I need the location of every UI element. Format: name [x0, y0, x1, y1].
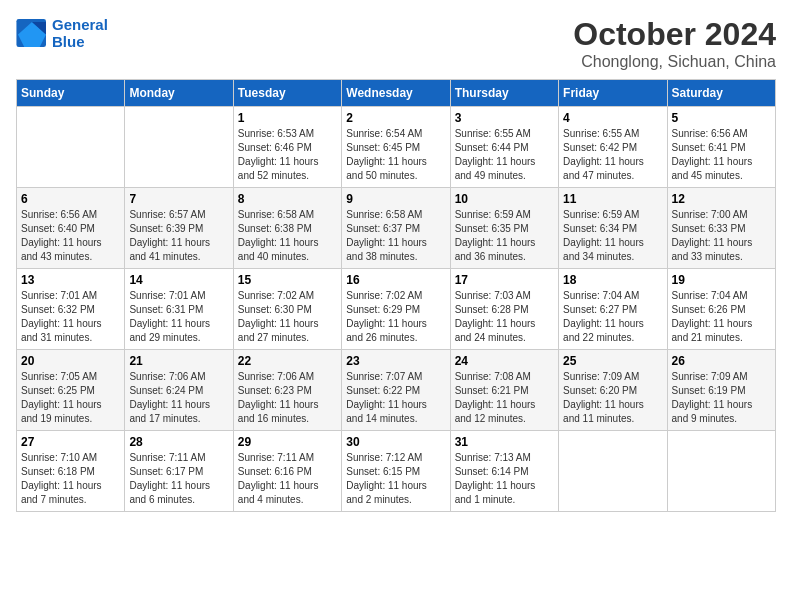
- calendar-week-row: 13Sunrise: 7:01 AMSunset: 6:32 PMDayligh…: [17, 269, 776, 350]
- day-number: 23: [346, 354, 445, 368]
- day-info: Sunrise: 7:10 AMSunset: 6:18 PMDaylight:…: [21, 451, 120, 507]
- calendar-week-row: 20Sunrise: 7:05 AMSunset: 6:25 PMDayligh…: [17, 350, 776, 431]
- day-info: Sunrise: 7:08 AMSunset: 6:21 PMDaylight:…: [455, 370, 554, 426]
- calendar-cell: 29Sunrise: 7:11 AMSunset: 6:16 PMDayligh…: [233, 431, 341, 512]
- calendar-day-header: Sunday: [17, 80, 125, 107]
- day-info: Sunrise: 6:58 AMSunset: 6:37 PMDaylight:…: [346, 208, 445, 264]
- calendar-day-header: Wednesday: [342, 80, 450, 107]
- day-info: Sunrise: 7:02 AMSunset: 6:29 PMDaylight:…: [346, 289, 445, 345]
- day-number: 30: [346, 435, 445, 449]
- day-info: Sunrise: 7:09 AMSunset: 6:20 PMDaylight:…: [563, 370, 662, 426]
- day-number: 28: [129, 435, 228, 449]
- day-number: 16: [346, 273, 445, 287]
- calendar-cell: 21Sunrise: 7:06 AMSunset: 6:24 PMDayligh…: [125, 350, 233, 431]
- day-info: Sunrise: 6:57 AMSunset: 6:39 PMDaylight:…: [129, 208, 228, 264]
- calendar-cell: 5Sunrise: 6:56 AMSunset: 6:41 PMDaylight…: [667, 107, 775, 188]
- calendar-cell: [125, 107, 233, 188]
- calendar-cell: 30Sunrise: 7:12 AMSunset: 6:15 PMDayligh…: [342, 431, 450, 512]
- day-number: 6: [21, 192, 120, 206]
- day-number: 3: [455, 111, 554, 125]
- location-title: Chonglong, Sichuan, China: [573, 53, 776, 71]
- calendar-cell: 20Sunrise: 7:05 AMSunset: 6:25 PMDayligh…: [17, 350, 125, 431]
- calendar-cell: 7Sunrise: 6:57 AMSunset: 6:39 PMDaylight…: [125, 188, 233, 269]
- calendar-cell: 16Sunrise: 7:02 AMSunset: 6:29 PMDayligh…: [342, 269, 450, 350]
- calendar-cell: 22Sunrise: 7:06 AMSunset: 6:23 PMDayligh…: [233, 350, 341, 431]
- day-info: Sunrise: 6:56 AMSunset: 6:40 PMDaylight:…: [21, 208, 120, 264]
- calendar-week-row: 27Sunrise: 7:10 AMSunset: 6:18 PMDayligh…: [17, 431, 776, 512]
- calendar-cell: 4Sunrise: 6:55 AMSunset: 6:42 PMDaylight…: [559, 107, 667, 188]
- day-number: 7: [129, 192, 228, 206]
- day-number: 24: [455, 354, 554, 368]
- calendar-cell: 17Sunrise: 7:03 AMSunset: 6:28 PMDayligh…: [450, 269, 558, 350]
- day-info: Sunrise: 7:06 AMSunset: 6:24 PMDaylight:…: [129, 370, 228, 426]
- calendar-week-row: 6Sunrise: 6:56 AMSunset: 6:40 PMDaylight…: [17, 188, 776, 269]
- day-number: 26: [672, 354, 771, 368]
- day-info: Sunrise: 7:01 AMSunset: 6:32 PMDaylight:…: [21, 289, 120, 345]
- day-info: Sunrise: 7:04 AMSunset: 6:27 PMDaylight:…: [563, 289, 662, 345]
- day-info: Sunrise: 7:11 AMSunset: 6:16 PMDaylight:…: [238, 451, 337, 507]
- day-info: Sunrise: 6:55 AMSunset: 6:42 PMDaylight:…: [563, 127, 662, 183]
- day-info: Sunrise: 7:04 AMSunset: 6:26 PMDaylight:…: [672, 289, 771, 345]
- calendar-cell: 2Sunrise: 6:54 AMSunset: 6:45 PMDaylight…: [342, 107, 450, 188]
- day-number: 15: [238, 273, 337, 287]
- day-number: 21: [129, 354, 228, 368]
- calendar-cell: 26Sunrise: 7:09 AMSunset: 6:19 PMDayligh…: [667, 350, 775, 431]
- day-number: 11: [563, 192, 662, 206]
- calendar-cell: 14Sunrise: 7:01 AMSunset: 6:31 PMDayligh…: [125, 269, 233, 350]
- day-info: Sunrise: 6:58 AMSunset: 6:38 PMDaylight:…: [238, 208, 337, 264]
- page-header: General Blue October 2024 Chonglong, Sic…: [16, 16, 776, 71]
- day-info: Sunrise: 6:59 AMSunset: 6:34 PMDaylight:…: [563, 208, 662, 264]
- day-number: 20: [21, 354, 120, 368]
- day-number: 14: [129, 273, 228, 287]
- calendar-day-header: Monday: [125, 80, 233, 107]
- day-number: 8: [238, 192, 337, 206]
- calendar-cell: 8Sunrise: 6:58 AMSunset: 6:38 PMDaylight…: [233, 188, 341, 269]
- calendar-cell: 9Sunrise: 6:58 AMSunset: 6:37 PMDaylight…: [342, 188, 450, 269]
- day-number: 29: [238, 435, 337, 449]
- calendar-cell: 3Sunrise: 6:55 AMSunset: 6:44 PMDaylight…: [450, 107, 558, 188]
- day-number: 2: [346, 111, 445, 125]
- calendar-cell: 12Sunrise: 7:00 AMSunset: 6:33 PMDayligh…: [667, 188, 775, 269]
- calendar-cell: 31Sunrise: 7:13 AMSunset: 6:14 PMDayligh…: [450, 431, 558, 512]
- calendar-day-header: Tuesday: [233, 80, 341, 107]
- calendar-cell: 13Sunrise: 7:01 AMSunset: 6:32 PMDayligh…: [17, 269, 125, 350]
- calendar-cell: 11Sunrise: 6:59 AMSunset: 6:34 PMDayligh…: [559, 188, 667, 269]
- day-info: Sunrise: 7:13 AMSunset: 6:14 PMDaylight:…: [455, 451, 554, 507]
- calendar-week-row: 1Sunrise: 6:53 AMSunset: 6:46 PMDaylight…: [17, 107, 776, 188]
- day-number: 13: [21, 273, 120, 287]
- calendar-day-header: Friday: [559, 80, 667, 107]
- day-number: 25: [563, 354, 662, 368]
- calendar-cell: [17, 107, 125, 188]
- day-info: Sunrise: 6:54 AMSunset: 6:45 PMDaylight:…: [346, 127, 445, 183]
- day-info: Sunrise: 7:07 AMSunset: 6:22 PMDaylight:…: [346, 370, 445, 426]
- calendar-day-header: Thursday: [450, 80, 558, 107]
- day-number: 10: [455, 192, 554, 206]
- day-number: 22: [238, 354, 337, 368]
- day-info: Sunrise: 6:53 AMSunset: 6:46 PMDaylight:…: [238, 127, 337, 183]
- day-info: Sunrise: 7:12 AMSunset: 6:15 PMDaylight:…: [346, 451, 445, 507]
- calendar-cell: 24Sunrise: 7:08 AMSunset: 6:21 PMDayligh…: [450, 350, 558, 431]
- logo-text: General Blue: [52, 16, 108, 50]
- day-info: Sunrise: 7:05 AMSunset: 6:25 PMDaylight:…: [21, 370, 120, 426]
- calendar-cell: 18Sunrise: 7:04 AMSunset: 6:27 PMDayligh…: [559, 269, 667, 350]
- day-info: Sunrise: 7:11 AMSunset: 6:17 PMDaylight:…: [129, 451, 228, 507]
- day-number: 18: [563, 273, 662, 287]
- day-number: 31: [455, 435, 554, 449]
- day-info: Sunrise: 6:56 AMSunset: 6:41 PMDaylight:…: [672, 127, 771, 183]
- calendar-cell: 10Sunrise: 6:59 AMSunset: 6:35 PMDayligh…: [450, 188, 558, 269]
- day-info: Sunrise: 6:59 AMSunset: 6:35 PMDaylight:…: [455, 208, 554, 264]
- day-number: 9: [346, 192, 445, 206]
- day-number: 27: [21, 435, 120, 449]
- calendar-cell: 25Sunrise: 7:09 AMSunset: 6:20 PMDayligh…: [559, 350, 667, 431]
- calendar-cell: 28Sunrise: 7:11 AMSunset: 6:17 PMDayligh…: [125, 431, 233, 512]
- month-title: October 2024: [573, 16, 776, 53]
- calendar-header-row: SundayMondayTuesdayWednesdayThursdayFrid…: [17, 80, 776, 107]
- day-info: Sunrise: 7:02 AMSunset: 6:30 PMDaylight:…: [238, 289, 337, 345]
- day-info: Sunrise: 6:55 AMSunset: 6:44 PMDaylight:…: [455, 127, 554, 183]
- day-number: 5: [672, 111, 771, 125]
- title-area: October 2024 Chonglong, Sichuan, China: [573, 16, 776, 71]
- calendar-cell: 1Sunrise: 6:53 AMSunset: 6:46 PMDaylight…: [233, 107, 341, 188]
- calendar-cell: [667, 431, 775, 512]
- calendar-day-header: Saturday: [667, 80, 775, 107]
- calendar-cell: 19Sunrise: 7:04 AMSunset: 6:26 PMDayligh…: [667, 269, 775, 350]
